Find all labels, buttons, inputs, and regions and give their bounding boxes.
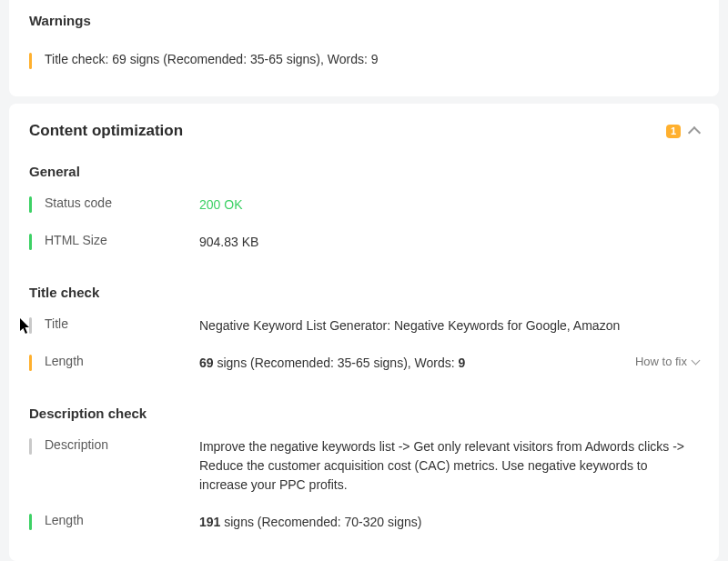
status-code-value: 200 OK bbox=[199, 195, 699, 215]
status-indicator-icon bbox=[29, 196, 32, 213]
warning-signs-suffix: signs (Recomended: 35-65 signs), Words: bbox=[126, 52, 371, 66]
content-optimization-title: Content optimization bbox=[29, 122, 183, 140]
title-row: Title Negative Keyword List Generator: N… bbox=[29, 307, 699, 345]
html-size-row: HTML Size 904.83 KB bbox=[29, 224, 699, 261]
title-check-section-title: Title check bbox=[29, 285, 699, 300]
status-code-row: Status code 200 OK bbox=[29, 186, 699, 224]
description-value: Improve the negative keywords list -> Ge… bbox=[199, 437, 699, 495]
warning-indicator-icon bbox=[29, 53, 32, 69]
how-to-fix-label: How to fix bbox=[635, 355, 687, 368]
content-optimization-card: Content optimization 1 General Status co… bbox=[9, 104, 719, 561]
description-length-row: Length 191 signs (Recomended: 70-320 sig… bbox=[29, 504, 699, 541]
title-length-row: Length 69 signs (Recomended: 35-65 signs… bbox=[29, 345, 699, 382]
title-length-signs: 69 bbox=[199, 356, 214, 370]
html-size-label: HTML Size bbox=[45, 233, 199, 247]
warning-text: Title check: 69 signs (Recomended: 35-65… bbox=[45, 52, 379, 66]
how-to-fix-button[interactable]: How to fix bbox=[635, 355, 699, 368]
warning-prefix: Title check: bbox=[45, 52, 112, 66]
content-optimization-header[interactable]: Content optimization 1 bbox=[29, 122, 699, 140]
title-length-label: Length bbox=[45, 354, 199, 368]
chevron-down-icon bbox=[692, 356, 701, 366]
title-value: Negative Keyword List Generator: Negativ… bbox=[199, 316, 699, 336]
neutral-indicator-icon bbox=[29, 438, 32, 455]
warning-count-badge: 1 bbox=[666, 125, 681, 138]
description-length-value: 191 signs (Recomended: 70-320 signs) bbox=[199, 513, 699, 532]
description-check-section-title: Description check bbox=[29, 406, 699, 421]
status-indicator-icon bbox=[29, 514, 32, 530]
description-label: Description bbox=[45, 437, 199, 452]
description-length-signs: 191 bbox=[199, 515, 220, 529]
title-length-words: 9 bbox=[459, 356, 466, 370]
chevron-up-icon[interactable] bbox=[688, 126, 701, 139]
html-size-value: 904.83 KB bbox=[199, 233, 699, 252]
warning-indicator-icon bbox=[29, 355, 32, 371]
title-label: Title bbox=[45, 316, 199, 331]
warning-words: 9 bbox=[371, 52, 379, 66]
warnings-card: Warnings Title check: 69 signs (Recomend… bbox=[9, 0, 719, 96]
warning-item: Title check: 69 signs (Recomended: 35-65… bbox=[29, 43, 699, 78]
description-length-suffix: signs (Recomended: 70-320 signs) bbox=[220, 515, 421, 529]
status-code-label: Status code bbox=[45, 195, 199, 210]
status-indicator-icon bbox=[29, 234, 32, 250]
description-row: Description Improve the negative keyword… bbox=[29, 428, 699, 504]
warnings-title: Warnings bbox=[29, 13, 699, 28]
warning-signs: 69 bbox=[112, 52, 126, 66]
neutral-indicator-icon bbox=[29, 317, 32, 334]
title-length-mid: signs (Recomended: 35-65 signs), Words: bbox=[214, 356, 459, 370]
description-length-label: Length bbox=[45, 513, 199, 527]
title-length-value: 69 signs (Recomended: 35-65 signs), Word… bbox=[199, 354, 699, 373]
general-section-title: General bbox=[29, 164, 699, 179]
